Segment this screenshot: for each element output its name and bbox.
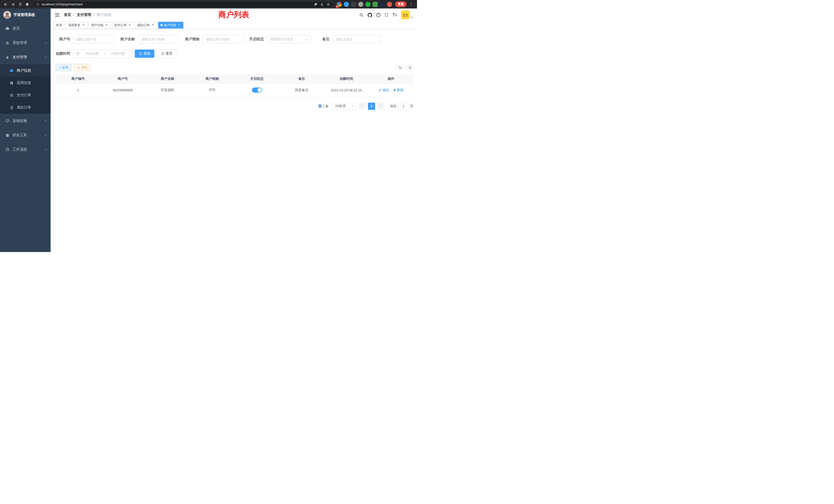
chevron-left-icon: [361, 105, 364, 108]
help-icon[interactable]: ?: [376, 13, 380, 17]
extension-green-square-icon[interactable]: [373, 2, 378, 7]
cell-status: [235, 84, 279, 97]
sidebar-item-merchant-info[interactable]: 商户信息: [0, 64, 50, 77]
refresh-icon: [161, 52, 164, 55]
export-button[interactable]: 导出: [74, 64, 91, 71]
forward-button[interactable]: [9, 1, 17, 8]
hamburger-icon[interactable]: [55, 13, 60, 17]
table-toolbar: + 新增 导出: [56, 64, 413, 71]
refresh-icon: [408, 66, 412, 69]
extension-colorful-icon[interactable]: 10: [337, 2, 342, 7]
next-page-button[interactable]: [377, 102, 385, 110]
credit-card-icon: [9, 69, 14, 73]
breadcrumb-separator: /: [93, 13, 94, 17]
sidebar-item-infrastructure[interactable]: 基础设施: [0, 114, 50, 128]
extension-dark-icon[interactable]: [351, 2, 356, 7]
sidebar-item-home[interactable]: 首页: [0, 21, 50, 36]
col-actions: 操作: [369, 74, 413, 84]
add-button[interactable]: + 新增: [56, 64, 71, 71]
breadcrumb: 首页 / 支付管理 / 商户信息: [64, 13, 111, 17]
sidebar-item-system[interactable]: ⚙ 系统管理: [0, 36, 50, 50]
home-button[interactable]: [24, 1, 31, 8]
reset-button[interactable]: 重置: [157, 49, 176, 58]
start-date-placeholder[interactable]: 开始日期: [81, 51, 103, 56]
close-icon[interactable]: ×: [82, 23, 85, 27]
user-menu[interactable]: [401, 10, 413, 19]
pencil-icon: [378, 89, 381, 92]
tab-user-group[interactable]: 用户分组 ×: [89, 22, 111, 28]
page-size-select[interactable]: 10条/页: [332, 102, 357, 110]
grid-icon: [9, 81, 14, 85]
extension-green-circle-icon[interactable]: [366, 2, 371, 7]
extension-blue-drop-icon[interactable]: [344, 2, 349, 7]
plus-icon: +: [59, 66, 61, 69]
sidebar-item-pay-order[interactable]: 支付订单: [0, 89, 50, 101]
trash-icon: [393, 89, 396, 92]
back-button[interactable]: [2, 1, 9, 8]
page-1-button[interactable]: 1: [368, 102, 375, 110]
breadcrumb-home[interactable]: 首页: [64, 13, 71, 17]
merchant-short-name-input[interactable]: [203, 35, 244, 43]
end-date-placeholder[interactable]: 结束日期: [107, 51, 129, 56]
github-icon[interactable]: [368, 13, 372, 18]
gear-icon: ⚙: [5, 41, 10, 45]
prev-page-button[interactable]: [359, 102, 366, 110]
site-info-icon[interactable]: [36, 2, 40, 6]
cell-remark: 我是备注: [279, 84, 324, 97]
tab-merchant-info[interactable]: 商户信息 ×: [158, 22, 183, 28]
merchant-no-label: 商户号: [56, 37, 70, 42]
page-jump-input[interactable]: [398, 102, 409, 110]
delete-button[interactable]: 删除: [393, 88, 404, 92]
status-label: 开启状态: [249, 37, 264, 42]
status-select[interactable]: 请选择开启状态: [267, 35, 311, 43]
sidebar-item-refund-order[interactable]: 退款订单: [0, 101, 50, 114]
password-key-icon[interactable]: [314, 2, 317, 6]
extension-orange-avatar-icon[interactable]: [387, 2, 392, 7]
bookmark-star-icon[interactable]: [326, 2, 330, 6]
font-size-icon[interactable]: [392, 13, 397, 17]
close-icon[interactable]: ×: [105, 23, 108, 27]
close-icon[interactable]: ×: [177, 23, 181, 27]
date-range-picker[interactable]: 开始日期 - 结束日期: [73, 49, 132, 58]
sidebar-item-payment[interactable]: ¥ 支付管理: [0, 50, 50, 64]
extension-avatar-icon[interactable]: [358, 2, 363, 7]
merchant-full-name-input[interactable]: [138, 35, 179, 43]
col-remark: 备注: [279, 74, 324, 84]
url-text[interactable]: localhost:1024/pay/merchant: [42, 3, 312, 6]
tab-home[interactable]: 首页: [54, 22, 64, 28]
edit-button[interactable]: 修改: [378, 88, 389, 92]
close-icon[interactable]: ×: [128, 23, 131, 27]
pagination-total: 共 1 条: [319, 104, 329, 109]
browser-menu-icon[interactable]: ⋮: [408, 2, 415, 7]
cell-short-name: 芋艿: [190, 84, 235, 97]
search-toggle-button[interactable]: [396, 64, 404, 71]
sidebar-item-app-info[interactable]: 应用信息: [0, 77, 50, 89]
fullscreen-icon[interactable]: [385, 13, 389, 17]
sidebar-item-dev-tools[interactable]: 研发工具: [0, 128, 50, 142]
search-button[interactable]: 搜索: [135, 49, 154, 58]
remark-label: 备注: [322, 37, 329, 42]
browser-update-button[interactable]: 更新: [395, 1, 407, 7]
pagination: 共 1 条 10条/页 1 前往 页: [56, 102, 413, 110]
share-icon[interactable]: [320, 2, 324, 6]
reload-button[interactable]: [17, 1, 24, 8]
cell-full-name: 芋道源码: [145, 84, 190, 97]
browser-toolbar: localhost:1024/pay/merchant 10 更新 ⋮: [0, 0, 417, 8]
tab-refund-order[interactable]: 退款订单 ×: [135, 22, 157, 28]
logo[interactable]: 芋道管理系统: [0, 8, 50, 21]
sidebar-item-workflow[interactable]: 工作流程: [0, 142, 50, 157]
remark-input[interactable]: [332, 35, 380, 43]
close-icon[interactable]: ×: [151, 23, 155, 27]
merchant-no-input[interactable]: [73, 35, 115, 43]
search-icon[interactable]: [359, 13, 364, 17]
refresh-table-button[interactable]: [406, 64, 413, 71]
col-full-name: 商户全称: [145, 74, 190, 84]
tab-process-form[interactable]: 流程表单 ×: [66, 22, 88, 28]
col-merchant-no: 商户号: [101, 74, 145, 84]
breadcrumb-payment[interactable]: 支付管理: [77, 13, 91, 17]
extension-pinwheel-icon[interactable]: [380, 2, 385, 7]
status-toggle[interactable]: [252, 88, 262, 93]
address-bar[interactable]: localhost:1024/pay/merchant: [33, 1, 333, 8]
tab-pay-order[interactable]: 支付订单 ×: [112, 22, 134, 28]
chevron-up-icon: [44, 56, 47, 59]
